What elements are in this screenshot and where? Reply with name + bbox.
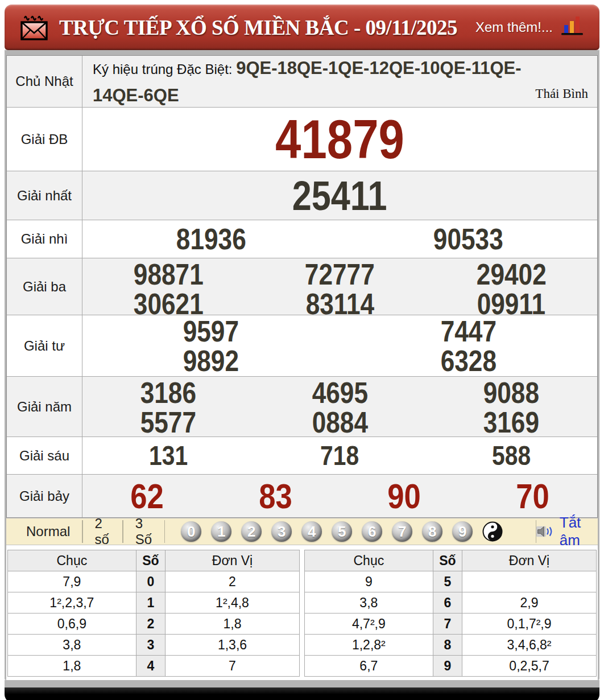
donvi-cell: 3,4,6,8² <box>462 635 597 656</box>
prize-row-first: Giải nhất 25411 <box>7 171 597 220</box>
digit-button-1[interactable]: 1 <box>211 521 231 542</box>
page-title: TRỰC TIẾP XỔ SỐ MIỀN BẮC - 09/11/2025 <box>59 15 457 40</box>
prize-number: 6328 <box>441 346 497 376</box>
stats-table-left: Chục Số Đơn Vị 7,902 1²,2,3,711²,4,8 0,6… <box>7 550 300 677</box>
prize-label: Giải bảy <box>7 475 82 517</box>
prize-number: 5577 <box>140 407 196 437</box>
stats-header-row: Chục Số Đơn Vị <box>305 550 597 571</box>
prize-number: 70 <box>516 479 550 514</box>
prize-number: 83 <box>259 479 292 514</box>
symbol-label: Ký hiệu trúng Đặc Biệt: <box>93 61 236 77</box>
bar-chart-icon[interactable] <box>560 14 585 37</box>
prize-number: 9088 <box>483 378 539 407</box>
prize-row-seventh: Giải bảy 62 83 90 70 <box>7 475 597 517</box>
day-label: Chủ Nhật <box>7 56 82 107</box>
prize-number: 9597 <box>183 316 239 346</box>
donvi-cell: 1,3,6 <box>166 635 300 656</box>
prize-row-fifth: Giải năm 3186 4695 9088 5577 0884 3169 <box>7 377 597 437</box>
so-cell: 2 <box>136 613 165 635</box>
col-header-so: Số <box>136 550 165 571</box>
digit-button-0[interactable]: 0 <box>181 521 201 542</box>
prize-number: 4695 <box>312 378 367 407</box>
results-body: Chủ Nhật Ký hiệu trúng Đặc Biệt: 9QE-18Q… <box>5 50 599 680</box>
prize-number: 98871 <box>133 260 203 289</box>
so-cell: 7 <box>433 613 462 635</box>
donvi-cell: 1²,4,8 <box>166 592 300 613</box>
stats-table-right: Chục Số Đơn Vị 95 3,862,9 4,7²,970,1,7²,… <box>304 550 597 677</box>
donvi-cell: 7 <box>166 656 300 677</box>
chuc-cell: 3,8 <box>305 592 433 613</box>
prize-label: Giải nhì <box>7 220 82 258</box>
prize-label: Giải ba <box>7 258 82 315</box>
so-cell: 8 <box>433 635 462 656</box>
mute-button[interactable]: Tắt âm <box>536 514 590 549</box>
col-header-chuc: Chục <box>305 550 433 571</box>
digit-buttons: 0 1 2 3 4 5 6 7 8 9 <box>181 521 503 542</box>
prize-number: 90533 <box>433 224 503 254</box>
stats-row: 4,7²,970,1,7²,9 <box>305 613 597 635</box>
mode-button-3so[interactable]: 3 Số <box>123 516 164 547</box>
prize-label: Giải ĐB <box>7 108 82 171</box>
prize-row-second: Giải nhì 81936 90533 <box>7 220 597 258</box>
prize-number: 3186 <box>140 378 196 407</box>
so-cell: 1 <box>136 592 165 613</box>
donvi-cell: 1,8 <box>166 613 300 635</box>
prize-number: 62 <box>130 479 164 514</box>
digit-button-2[interactable]: 2 <box>241 521 262 542</box>
donvi-cell: 2,9 <box>462 592 597 613</box>
col-header-donvi: Đơn Vị <box>166 550 300 571</box>
digit-button-4[interactable]: 4 <box>301 521 322 542</box>
stats-row: 3,831,3,6 <box>8 635 300 656</box>
chuc-cell: 1,8 <box>8 656 136 677</box>
prize-row-fourth: Giải tư 9597 7447 9892 6328 <box>7 315 597 377</box>
symbol-row: Chủ Nhật Ký hiệu trúng Đặc Biệt: 9QE-18Q… <box>7 56 597 108</box>
so-cell: 4 <box>136 656 165 677</box>
digit-button-9[interactable]: 9 <box>452 521 473 542</box>
mode-button-2so[interactable]: 2 số <box>83 516 123 547</box>
prize-number: 81936 <box>176 224 246 254</box>
col-header-chuc: Chục <box>8 550 136 571</box>
prize-row-third: Giải ba 98871 72777 29402 30621 83114 09… <box>7 258 597 315</box>
donvi-cell <box>462 571 597 592</box>
prize-row-sixth: Giải sáu 131 718 588 <box>7 437 597 475</box>
prize-number: 718 <box>320 442 359 470</box>
prize-number: 131 <box>149 442 188 470</box>
prize-number: 29402 <box>477 260 547 289</box>
digit-button-5[interactable]: 5 <box>332 521 352 542</box>
see-more-link[interactable]: Xem thêm!... <box>475 19 553 35</box>
digit-button-8[interactable]: 8 <box>422 521 442 542</box>
prize-number: 7447 <box>441 316 497 346</box>
speaker-icon <box>536 522 553 541</box>
mode-button-normal[interactable]: Normal <box>14 524 82 540</box>
stats-row: 0,6,921,8 <box>8 613 300 635</box>
prize-label: Giải sáu <box>7 437 82 474</box>
stats-section: Chục Số Đơn Vị 7,902 1²,2,3,711²,4,8 0,6… <box>6 545 598 680</box>
donvi-cell: 0,1,7²,9 <box>462 613 597 635</box>
digit-button-7[interactable]: 7 <box>392 521 412 542</box>
prize-number: 588 <box>492 442 531 470</box>
yin-yang-icon[interactable] <box>482 521 503 542</box>
prize-number: 83114 <box>305 289 374 319</box>
header-bar: TRỰC TIẾP XỔ SỐ MIỀN BẮC - 09/11/2025 Xe… <box>5 5 599 50</box>
symbol-cell: Ký hiệu trúng Đặc Biệt: 9QE-18QE-1QE-12Q… <box>82 56 597 107</box>
so-cell: 5 <box>433 571 462 592</box>
prize-row-special: Giải ĐB 41879 <box>7 108 597 171</box>
prize-label: Giải năm <box>7 377 82 437</box>
stats-row: 1,847 <box>8 656 300 677</box>
prize-number: 3169 <box>483 407 539 437</box>
chuc-cell: 7,9 <box>8 571 136 592</box>
control-bar: Normal 2 số 3 Số 0 1 2 3 4 5 6 7 8 9 <box>6 518 598 545</box>
chuc-cell: 1²,2,3,7 <box>8 592 136 613</box>
stats-row: 7,902 <box>8 571 300 592</box>
chuc-cell: 0,6,9 <box>8 613 136 635</box>
prize-number: 9892 <box>183 346 239 376</box>
donvi-cell: 0,2,5,7 <box>462 656 597 677</box>
stats-header-row: Chục Số Đơn Vị <box>8 550 300 571</box>
col-header-so: Số <box>433 550 462 571</box>
digit-button-6[interactable]: 6 <box>362 521 382 542</box>
digit-button-3[interactable]: 3 <box>271 521 292 542</box>
envelope-icon <box>19 13 49 42</box>
prize-number: 41879 <box>275 112 404 167</box>
prize-label: Giải tư <box>7 315 82 376</box>
so-cell: 3 <box>136 635 165 656</box>
